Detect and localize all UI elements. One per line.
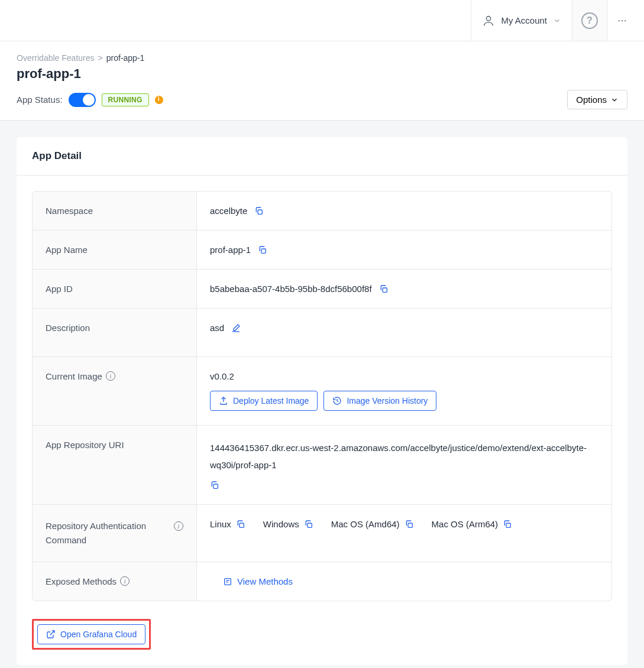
view-methods-link[interactable]: View Methods [210, 576, 293, 586]
appid-value-cell: b5abebaa-a507-4b5b-95bb-8dcf56b00f8f [197, 270, 611, 308]
detail-table: Namespace accelbyte App Name [32, 191, 612, 601]
description-value-cell: asd [197, 309, 611, 356]
chevron-down-icon [553, 17, 561, 25]
info-icon[interactable] [174, 521, 183, 531]
copy-icon[interactable] [210, 481, 219, 490]
user-icon [482, 14, 495, 27]
copy-icon[interactable] [254, 206, 264, 216]
namespace-value: accelbyte [210, 206, 247, 216]
topbar: My Account ? [0, 0, 644, 41]
os-mac-amd: Mac OS (Amd64) [331, 519, 414, 529]
breadcrumb-separator: > [98, 53, 103, 63]
svg-rect-9 [308, 523, 312, 527]
row-description: Description asd [33, 309, 611, 357]
svg-point-0 [487, 16, 491, 20]
more-button[interactable] [607, 0, 637, 41]
os-linux: Linux [210, 519, 245, 529]
info-icon[interactable] [120, 576, 130, 586]
appname-label: App Name [33, 231, 197, 269]
row-appname: App Name prof-app-1 [33, 231, 611, 270]
copy-icon[interactable] [379, 284, 389, 294]
svg-point-2 [622, 20, 623, 21]
grafana-highlight: Open Grafana Cloud [32, 619, 151, 650]
row-repoauth: Repository Authentication Command Linux … [33, 505, 611, 562]
currentimage-label-text: Current Image [46, 371, 102, 381]
row-appid: App ID b5abebaa-a507-4b5b-95bb-8dcf56b00… [33, 270, 611, 309]
deploy-btn-label: Deploy Latest Image [233, 396, 309, 406]
row-currentimage: Current Image v0.0.2 Deploy [33, 357, 611, 426]
os-mac-arm: Mac OS (Arm64) [432, 519, 513, 529]
copy-icon[interactable] [258, 245, 267, 255]
repoauth-value-cell: Linux Windows Mac OS (Amd64) [197, 505, 611, 562]
repoauth-label-text: Repository Authentication Command [46, 519, 170, 547]
svg-rect-10 [408, 523, 412, 527]
open-grafana-button[interactable]: Open Grafana Cloud [37, 624, 145, 644]
breadcrumb: Overridable Features > prof-app-1 [17, 53, 627, 63]
svg-line-15 [50, 631, 54, 635]
app-detail-card: App Detail Namespace accelbyte [17, 137, 627, 665]
help-icon: ? [581, 12, 598, 29]
options-button[interactable]: Options [567, 90, 627, 109]
view-methods-label: View Methods [237, 576, 293, 586]
svg-rect-7 [213, 484, 218, 488]
account-label: My Account [501, 15, 547, 25]
exposed-label: Exposed Methods [33, 562, 197, 601]
repouri-label: App Repository URI [33, 426, 197, 504]
options-label: Options [576, 95, 607, 105]
currentimage-value-cell: v0.0.2 Deploy Latest Image [197, 357, 611, 425]
account-menu[interactable]: My Account [471, 0, 572, 41]
help-button[interactable]: ? [572, 0, 607, 41]
description-label: Description [33, 309, 197, 356]
card-body: Namespace accelbyte App Name [17, 176, 627, 665]
grafana-label: Open Grafana Cloud [60, 630, 137, 639]
copy-icon[interactable] [503, 520, 512, 529]
repoauth-label: Repository Authentication Command [33, 505, 197, 562]
copy-icon[interactable] [404, 520, 414, 529]
more-horizontal-icon [617, 15, 627, 26]
history-btn-label: Image Version History [347, 396, 428, 406]
app-status-toggle[interactable] [69, 93, 96, 107]
image-history-button[interactable]: Image Version History [323, 391, 436, 411]
status-label: App Status: [17, 95, 63, 105]
copy-icon[interactable] [236, 520, 245, 529]
svg-rect-4 [258, 210, 262, 214]
card-header: App Detail [17, 137, 627, 176]
deploy-latest-button[interactable]: Deploy Latest Image [210, 391, 318, 411]
svg-point-3 [624, 20, 626, 21]
warning-icon[interactable] [155, 96, 163, 104]
svg-rect-8 [240, 523, 244, 527]
os-mac-arm-label: Mac OS (Arm64) [432, 519, 499, 529]
exposed-value-cell: View Methods [197, 562, 611, 601]
appname-value-cell: prof-app-1 [197, 231, 611, 269]
status-badge: RUNNING [102, 93, 149, 106]
exposed-label-text: Exposed Methods [46, 576, 116, 586]
edit-icon[interactable] [231, 323, 241, 333]
appname-value: prof-app-1 [210, 245, 251, 255]
os-linux-label: Linux [210, 519, 231, 529]
os-windows: Windows [263, 519, 313, 529]
svg-rect-11 [506, 523, 510, 527]
repouri-value: 144436415367.dkr.ecr.us-west-2.amazonaws… [210, 440, 598, 474]
content-area: App Detail Namespace accelbyte [0, 121, 644, 668]
os-windows-label: Windows [263, 519, 299, 529]
row-namespace: Namespace accelbyte [33, 192, 611, 231]
appid-value: b5abebaa-a507-4b5b-95bb-8dcf56b00f8f [210, 284, 372, 294]
chevron-down-icon [610, 96, 619, 104]
upload-icon [219, 396, 228, 406]
list-icon [223, 577, 232, 586]
info-icon[interactable] [106, 371, 115, 381]
namespace-value-cell: accelbyte [197, 192, 611, 230]
row-repouri: App Repository URI 144436415367.dkr.ecr.… [33, 426, 611, 505]
currentimage-value: v0.0.2 [210, 371, 234, 381]
svg-point-1 [619, 20, 620, 21]
copy-icon[interactable] [304, 520, 313, 529]
card-title: App Detail [32, 150, 612, 162]
namespace-label: Namespace [33, 192, 197, 230]
status-row: App Status: RUNNING Options [17, 90, 627, 109]
repouri-value-cell: 144436415367.dkr.ecr.us-west-2.amazonaws… [197, 426, 611, 504]
external-link-icon [46, 630, 56, 639]
page-header: Overridable Features > prof-app-1 prof-a… [0, 41, 644, 121]
currentimage-label: Current Image [33, 357, 197, 425]
os-mac-amd-label: Mac OS (Amd64) [331, 519, 400, 529]
breadcrumb-parent[interactable]: Overridable Features [17, 53, 95, 63]
